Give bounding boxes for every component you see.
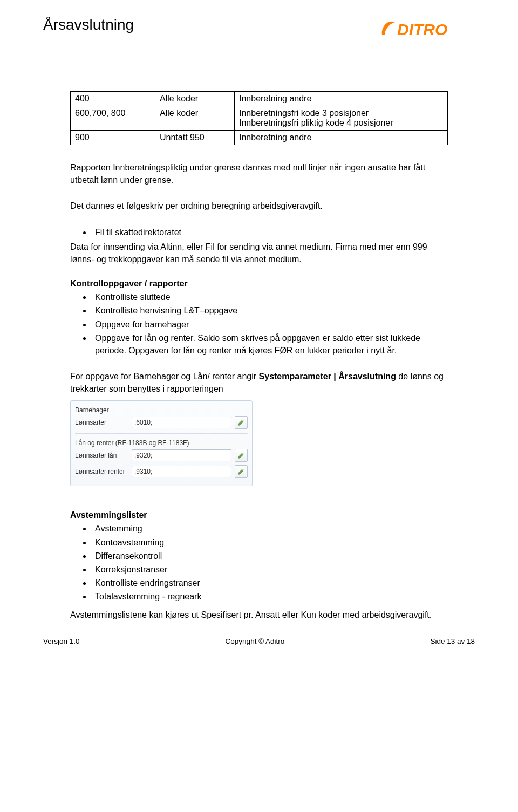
paragraph: Data for innsending via Altinn, eller Fi…	[70, 241, 448, 265]
text-bold: Systemparameter | Årsavslutning	[259, 372, 396, 381]
edit-icon	[237, 468, 245, 475]
edit-button[interactable]	[235, 416, 248, 429]
cell: Unntatt 950	[155, 131, 235, 145]
list-item: Totalavstemming - regneark	[92, 590, 448, 603]
paragraph: Det dannes et følgeskriv per ordning ber…	[70, 200, 448, 212]
svg-text:DITRO: DITRO	[397, 21, 447, 38]
cell: 400	[71, 92, 155, 106]
footer-version: Versjon 1.0	[43, 637, 80, 645]
group-label-barnehager: Barnehager	[75, 406, 248, 414]
heading-kontroll: Kontrolloppgaver / rapporter	[70, 279, 448, 289]
field-label: Lønnsarter renter	[75, 468, 132, 475]
table-row: 400 Alle koder Innberetning andre	[71, 92, 448, 106]
cell: Alle koder	[155, 106, 235, 131]
codes-table: 400 Alle koder Innberetning andre 600,70…	[70, 91, 448, 145]
cell: 900	[71, 131, 155, 145]
cell: 600,700, 800	[71, 106, 155, 131]
edit-button[interactable]	[235, 465, 248, 478]
list-item: Oppgave for barnehager	[92, 318, 448, 331]
lonnsarter-input[interactable]	[132, 417, 231, 428]
cell: Innberetning andre	[235, 92, 448, 106]
lonnsarter-renter-input[interactable]	[132, 466, 231, 477]
field-label: Lønnsarter	[75, 419, 132, 426]
table-row: 600,700, 800 Alle koder Innberetningsfri…	[71, 106, 448, 131]
footer-page: Side 13 av 18	[430, 637, 475, 645]
list-item: Kontrolliste henvisning L&T–oppgave	[92, 304, 448, 317]
list-item: Differansekontroll	[92, 550, 448, 562]
list-item: Avstemming	[92, 522, 448, 535]
field-label: Lønnsarter lån	[75, 452, 132, 459]
text: For oppgave for Barnehager og Lån/ rente…	[70, 372, 259, 381]
group-label-lan: Lån og renter (RF-1183B og RF-1183F)	[75, 439, 248, 447]
heading-avstem: Avstemmingslister	[70, 510, 448, 520]
page-title: Årsavslutning	[43, 16, 134, 33]
form-panel: Barnehager Lønnsarter Lån og renter (RF-…	[70, 400, 253, 486]
edit-icon	[237, 419, 245, 426]
list-item: Kontrolliste sluttede	[92, 291, 448, 303]
paragraph-systemparameter: For oppgave for Barnehager og Lån/ rente…	[70, 370, 448, 395]
cell: Innberetningsfri kode 3 posisjoner Innbe…	[235, 106, 448, 131]
edit-button[interactable]	[235, 449, 248, 462]
list-item: Kontoavstemming	[92, 536, 448, 549]
cell: Alle koder	[155, 92, 235, 106]
list-item: Korreksjonstranser	[92, 563, 448, 576]
logo-aditro: DITRO	[378, 19, 475, 43]
list-item: Kontrolliste endringstranser	[92, 577, 448, 589]
paragraph: Rapporten Innberetningspliktig under gre…	[70, 161, 448, 186]
paragraph: Avstemmingslistene kan kjøres ut Spesifi…	[70, 609, 448, 621]
list-item: Fil til skattedirektoratet	[92, 226, 448, 238]
table-row: 900 Unntatt 950 Innberetning andre	[71, 131, 448, 145]
footer-copyright: Copyright © Aditro	[226, 637, 285, 645]
cell: Innberetning andre	[235, 131, 448, 145]
lonnsarter-lan-input[interactable]	[132, 449, 231, 461]
list-item: Oppgave for lån og renter. Saldo som skr…	[92, 332, 448, 357]
edit-icon	[237, 452, 245, 459]
